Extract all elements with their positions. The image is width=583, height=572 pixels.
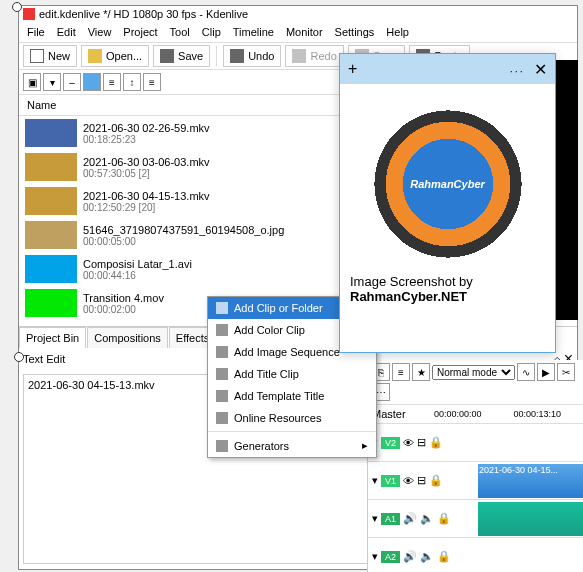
tl-stack-icon[interactable]: ≡ — [392, 363, 410, 381]
ctx-item[interactable]: Generators▸ — [208, 434, 376, 457]
window-title: edit.kdenlive */ HD 1080p 30 fps - Kdenl… — [39, 8, 248, 20]
timeline-track[interactable]: ▾ A1 🔊 🔈 🔒 — [368, 500, 583, 538]
close-overlay-icon[interactable]: ✕ — [534, 61, 547, 78]
save-button[interactable]: Save — [153, 45, 210, 67]
timeline-panel: ⎘ ≡ ★ Normal mode ∿ ▶ ✂ ⋯ Master 00:00:0… — [367, 360, 583, 572]
tl-snap-icon[interactable]: ∿ — [517, 363, 535, 381]
ctx-icon — [216, 440, 228, 452]
track-tag: A1 — [381, 513, 400, 525]
new-button[interactable]: New — [23, 45, 77, 67]
thumbnail — [25, 119, 77, 147]
ctx-icon — [216, 368, 228, 380]
menu-file[interactable]: File — [27, 26, 45, 38]
thumbnail — [25, 153, 77, 181]
thumbnail — [25, 289, 77, 317]
menu-monitor[interactable]: Monitor — [286, 26, 323, 38]
tl-play-icon[interactable]: ▶ — [537, 363, 555, 381]
ctx-item[interactable]: Online Resources — [208, 407, 376, 429]
lock-icon[interactable]: 🔒 — [429, 474, 443, 487]
ruler-t1: 00:00:13:10 — [514, 409, 562, 419]
lock-icon[interactable]: 🔒 — [437, 550, 451, 563]
track-body[interactable] — [478, 500, 583, 537]
menu-tool[interactable]: Tool — [170, 26, 190, 38]
chevron-down-icon[interactable]: ▾ — [372, 512, 378, 525]
lock-icon[interactable]: 🔒 — [429, 436, 443, 449]
track-body[interactable] — [478, 538, 583, 572]
tag-blue-icon[interactable] — [83, 73, 101, 91]
menu-clip[interactable]: Clip — [202, 26, 221, 38]
timeline-track[interactable]: ▾ V1 👁 ⊟ 🔒 2021-06-30 04-15... — [368, 462, 583, 500]
menu-project[interactable]: Project — [123, 26, 157, 38]
track-tag: V2 — [381, 437, 400, 449]
chevron-right-icon: ▸ — [362, 439, 368, 452]
track-header: ▾ A1 🔊 🔈 🔒 — [368, 512, 478, 525]
hide-icon[interactable]: ⊟ — [417, 436, 426, 449]
save-icon — [160, 49, 174, 63]
menu-view[interactable]: View — [88, 26, 112, 38]
clip-duration: 00:00:44:16 — [83, 270, 192, 281]
dropdown-icon[interactable]: ▾ — [43, 73, 61, 91]
menu-timeline[interactable]: Timeline — [233, 26, 274, 38]
track-tag: V1 — [381, 475, 400, 487]
tab-compositions[interactable]: Compositions — [87, 327, 168, 348]
ctx-icon — [216, 302, 228, 314]
overlay-caption2: RahmanCyber.NET — [350, 289, 545, 304]
chevron-down-icon[interactable]: ▾ — [372, 550, 378, 563]
text-edit-filename: 2021-06-30 04-15-13.mkv — [28, 379, 155, 391]
logo-image: RahmanCyber — [368, 104, 528, 264]
undo-button[interactable]: Undo — [223, 45, 281, 67]
track-body[interactable]: 2021-06-30 04-15... — [478, 462, 583, 499]
menu-edit[interactable]: Edit — [57, 26, 76, 38]
overlay-header: + ··· ✕ — [340, 54, 555, 84]
mode-select[interactable]: Normal mode — [432, 365, 515, 380]
tab-project-bin[interactable]: Project Bin — [19, 327, 86, 348]
track-body[interactable] — [478, 424, 583, 461]
clip-duration: 00:12:50:29 [20] — [83, 202, 210, 213]
view-icon[interactable]: ≡ — [103, 73, 121, 91]
ctx-icon — [216, 346, 228, 358]
audio-clip[interactable] — [478, 502, 583, 536]
timeline-track[interactable]: ▾ A2 🔊 🔈 🔒 — [368, 538, 583, 572]
clip-name: 2021-06-30 02-26-59.mkv — [83, 122, 210, 134]
text-edit-title: Text Edit — [23, 353, 65, 365]
delete-icon[interactable]: – — [63, 73, 81, 91]
menu-help[interactable]: Help — [386, 26, 409, 38]
timeline-toolbar: ⎘ ≡ ★ Normal mode ∿ ▶ ✂ ⋯ — [368, 360, 583, 405]
clip-duration: 00:57:30:05 [2] — [83, 168, 210, 179]
mute-icon[interactable]: 🔊 — [403, 550, 417, 563]
thumbnail — [25, 221, 77, 249]
ctx-item[interactable]: Add Template Title — [208, 385, 376, 407]
chevron-down-icon[interactable]: ▾ — [372, 474, 378, 487]
titlebar: edit.kdenlive */ HD 1080p 30 fps - Kdenl… — [19, 6, 577, 22]
clip-name: 2021-06-30 04-15-13.mkv — [83, 190, 210, 202]
hide-icon[interactable]: 🔈 — [420, 550, 434, 563]
redo-button[interactable]: Redo — [285, 45, 343, 67]
master-label: Master — [372, 408, 432, 420]
timeline-track[interactable]: ▾ V2 👁 ⊟ 🔒 — [368, 424, 583, 462]
hide-icon[interactable]: ⊟ — [417, 474, 426, 487]
tl-cut-icon[interactable]: ✂ — [557, 363, 575, 381]
mute-icon[interactable]: 👁 — [403, 475, 414, 487]
menu-settings[interactable]: Settings — [335, 26, 375, 38]
tl-star-icon[interactable]: ★ — [412, 363, 430, 381]
thumbnail — [25, 255, 77, 283]
video-clip[interactable]: 2021-06-30 04-15... — [478, 464, 583, 498]
mute-icon[interactable]: 👁 — [403, 437, 414, 449]
add-clip-icon[interactable]: ▣ — [23, 73, 41, 91]
sort-icon[interactable]: ↕ — [123, 73, 141, 91]
open-button[interactable]: Open... — [81, 45, 149, 67]
options-icon[interactable]: ≡ — [143, 73, 161, 91]
more-icon[interactable]: ··· — [510, 65, 525, 77]
track-header: ▾ V2 👁 ⊟ 🔒 — [368, 436, 478, 449]
hide-icon[interactable]: 🔈 — [420, 512, 434, 525]
lock-icon[interactable]: 🔒 — [437, 512, 451, 525]
menubar: File Edit View Project Tool Clip Timelin… — [19, 22, 577, 42]
ctx-icon — [216, 412, 228, 424]
overlay-caption1: Image Screenshot by — [350, 274, 545, 289]
mute-icon[interactable]: 🔊 — [403, 512, 417, 525]
track-tag: A2 — [381, 551, 400, 563]
undo-icon — [230, 49, 244, 63]
clip-duration: 00:18:25:23 — [83, 134, 210, 145]
ctx-item[interactable]: Add Title Clip — [208, 363, 376, 385]
new-tab-icon[interactable]: + — [348, 60, 357, 78]
